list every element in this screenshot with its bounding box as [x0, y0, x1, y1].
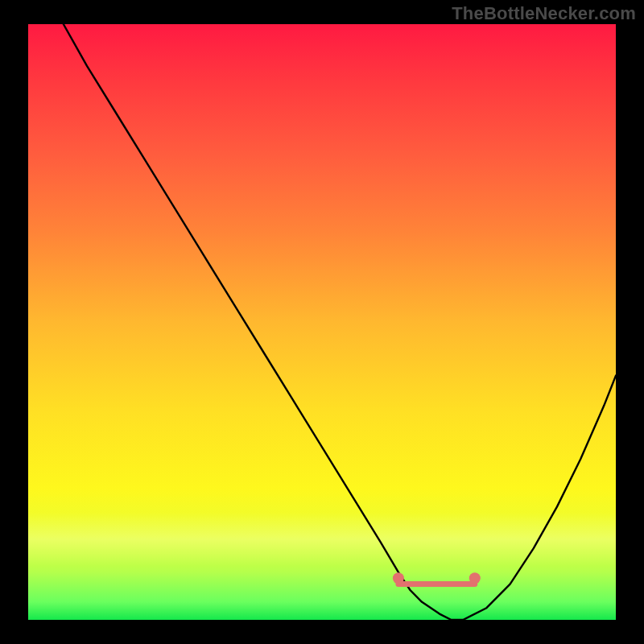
- bottleneck-curve: [64, 24, 616, 620]
- chart-frame: TheBottleNecker.com: [0, 0, 644, 644]
- plot-area: [28, 24, 616, 620]
- optimal-marker-right: [469, 572, 481, 584]
- curve-svg: [28, 24, 616, 620]
- optimal-marker-left: [393, 572, 404, 584]
- watermark-text: TheBottleNecker.com: [452, 3, 636, 24]
